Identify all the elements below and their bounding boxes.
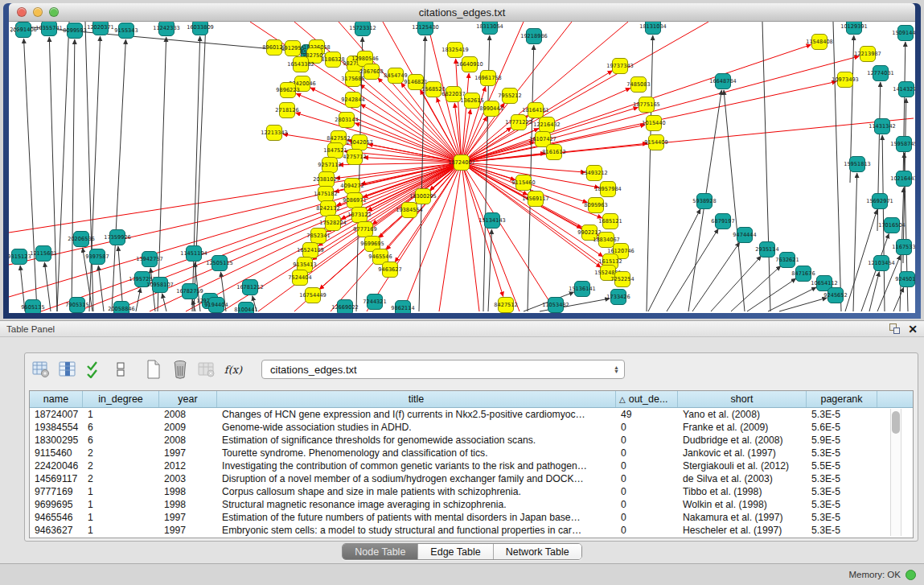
graph-edge: [85, 22, 93, 311]
graph-node-label: 9505135: [21, 304, 44, 311]
float-panel-icon[interactable]: [889, 323, 900, 334]
memory-status-indicator[interactable]: [906, 570, 916, 580]
graph-node-label: 9155343: [114, 27, 138, 34]
table-row[interactable]: 911546021997Tourette syndrome. Phenomeno…: [30, 447, 913, 459]
column-header-label: name: [43, 393, 68, 405]
graph-edge: [456, 59, 462, 163]
sort-ascending-icon: △: [619, 395, 626, 404]
table-cell: 5.9E-5: [807, 435, 877, 446]
graph-node-label: 10129391: [840, 23, 868, 30]
select-all-icon[interactable]: [84, 360, 104, 379]
table-settings-icon[interactable]: [31, 360, 51, 379]
minimize-icon[interactable]: [33, 7, 43, 17]
table-cell: 5.3E-5: [807, 486, 877, 497]
column-header-year[interactable]: year: [159, 391, 217, 407]
table-cell: 1: [83, 486, 159, 497]
column-header-short[interactable]: short: [678, 391, 807, 407]
graph-edge: [24, 39, 37, 311]
table-selector[interactable]: citations_edges.txt ▲▼: [261, 360, 625, 379]
table-cell: Dudbridge et al. (2008): [678, 435, 807, 446]
tab-network-table[interactable]: Network Table: [494, 544, 581, 559]
resize-grip-icon[interactable]: [9, 22, 20, 33]
vertical-scrollbar[interactable]: [890, 409, 901, 536]
graph-node-label: 12115681: [30, 250, 57, 257]
table-cell: 5.3E-5: [807, 525, 877, 536]
show-hide-columns-icon[interactable]: [58, 360, 77, 379]
table-cell: Changes of HCN gene expression and I(f) …: [217, 409, 616, 420]
table-row[interactable]: 977716911998Corpus callosum shape and si…: [30, 485, 913, 498]
column-header-out_de[interactable]: △out_de...: [616, 391, 678, 407]
graph-node-label: 9902212: [577, 229, 601, 236]
graph-edge: [893, 287, 904, 311]
column-header-title[interactable]: title: [217, 391, 616, 407]
graph-node-label: 9135413: [293, 262, 316, 268]
delete-table-icon: [197, 360, 216, 379]
new-column-icon[interactable]: [144, 360, 163, 379]
graph-node-label: 12103454: [868, 260, 895, 266]
table-row[interactable]: 969969511998Structural magnetic resonanc…: [30, 498, 913, 511]
scrollbar-thumb[interactable]: [892, 411, 900, 434]
table-panel-titlebar[interactable]: Table Panel ✕: [0, 321, 924, 337]
graph-node-label: 8161612: [542, 149, 565, 155]
graph-node-label: 8095963: [584, 202, 607, 208]
graph-node-label: 16543382: [287, 61, 314, 68]
graph-node-label: 14143272: [893, 86, 915, 93]
table-row[interactable]: 1830029562008Estimation of significance …: [30, 434, 913, 447]
network-window-titlebar[interactable]: citations_edges.txt: [9, 3, 915, 22]
combo-arrows-icon: ▲▼: [614, 365, 619, 373]
graph-edge: [9, 163, 462, 265]
graph-edge: [72, 39, 75, 311]
graph-node-label: 11548408: [806, 39, 833, 45]
zoom-icon[interactable]: [49, 7, 59, 17]
deselect-all-icon[interactable]: [111, 360, 130, 379]
table-cell: Investigating the contribution of common…: [217, 460, 616, 472]
table-cell: 2012: [159, 460, 217, 472]
graph-node-label: 12213987: [854, 51, 881, 57]
close-panel-icon[interactable]: ✕: [908, 323, 918, 335]
delete-column-icon[interactable]: [170, 360, 190, 379]
table-row[interactable]: 2242004622012Investigating the contribut…: [30, 459, 913, 472]
graph-edge: [833, 22, 841, 311]
table-cell: 14569117: [30, 473, 83, 484]
graph-node-label: 16754449: [299, 292, 326, 299]
graph-node-label: 2935114: [755, 246, 778, 253]
graph-edge: [192, 36, 200, 311]
column-header-name[interactable]: name: [30, 391, 83, 407]
graph-edge: [158, 37, 166, 311]
graph-node-label: 13042057: [346, 139, 373, 146]
graph-edge: [648, 209, 700, 311]
tab-node-table[interactable]: Node Table: [343, 544, 418, 559]
table-cell: 1: [83, 499, 159, 510]
graph-node-label: 12669022: [331, 304, 359, 311]
graph-node-label: 2718126: [275, 107, 298, 113]
table-row[interactable]: 946554611997Estimation of the future num…: [30, 511, 913, 524]
table-cell: de Silva et al. (2003): [678, 473, 807, 484]
table-row[interactable]: 946362711997Embryonic stem cells: a mode…: [30, 524, 913, 537]
graph-edge: [692, 242, 740, 311]
graph-node-label: 8100441: [234, 307, 257, 313]
graph-edge: [49, 37, 57, 311]
graph-node-label: 10216443: [890, 175, 915, 182]
close-icon[interactable]: [17, 7, 27, 17]
column-header-in_degree[interactable]: in_degree: [83, 391, 159, 407]
table-row[interactable]: 1872400712008Changes of HCN gene express…: [30, 408, 913, 421]
column-header-pagerank[interactable]: pagerank: [807, 391, 877, 407]
graph-node-label: 12020371: [87, 24, 114, 31]
graph-node-label: 8186328: [321, 56, 344, 63]
graph-node-label: 9245652: [823, 292, 847, 299]
graph-node-label: 1873122: [347, 212, 371, 218]
column-header-label: out_de...: [629, 393, 668, 405]
graph-node-label: 17528224: [319, 220, 347, 226]
graph-node-label: 9474444: [733, 232, 756, 238]
graph-node-label: 8990443: [479, 105, 503, 112]
network-canvas[interactable]: 2069140610355741809959312020371915534311…: [9, 22, 915, 313]
graph-node-label: 9257112: [318, 162, 341, 168]
graph-node-label: 9896223: [276, 87, 299, 93]
graph-node-label: 7252254: [610, 276, 634, 282]
graph-node-label: 9242844: [341, 97, 364, 103]
tab-edge-table[interactable]: Edge Table: [418, 544, 493, 559]
table-row[interactable]: 1456911722003Disruption of a novel membe…: [30, 472, 913, 485]
graph-node-label: 3175685: [341, 76, 364, 82]
function-builder-icon[interactable]: f(x): [224, 360, 243, 379]
table-row[interactable]: 1938455462009Genome-wide association stu…: [30, 421, 913, 434]
